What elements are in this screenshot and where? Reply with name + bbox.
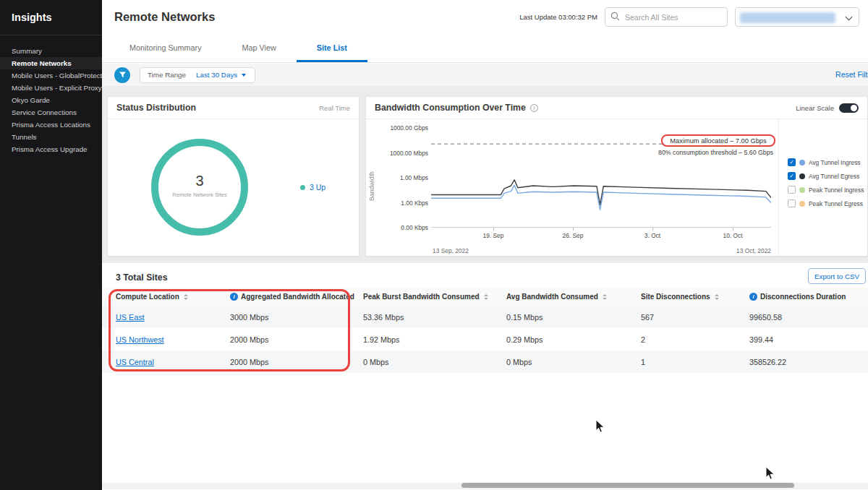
sidebar-item-remote-networks[interactable]: Remote Networks — [0, 57, 102, 69]
export-csv-button[interactable]: Export to CSV — [808, 268, 866, 284]
info-icon[interactable]: i — [530, 104, 538, 112]
sidebar-item-tunnels[interactable]: Tunnels — [0, 131, 102, 143]
tab-map-view[interactable]: Map View — [222, 34, 297, 62]
reset-filters-link[interactable]: Reset Filters — [835, 70, 868, 79]
sidebar-item-mobile-users-globalprotect[interactable]: Mobile Users - GlobalProtect — [0, 69, 102, 82]
checkbox-icon[interactable]: ✓ — [788, 158, 796, 166]
legend-avg-tunnel-ingress[interactable]: ✓ Avg Tunnel Ingress — [788, 158, 861, 166]
tenant-dropdown[interactable] — [735, 7, 859, 27]
main-area: Remote Networks Last Update 03:00:32 PM — [102, 0, 868, 490]
sidebar-item-okyo-garde[interactable]: Okyo Garde — [0, 94, 102, 106]
info-icon[interactable]: i — [749, 293, 757, 301]
site-link-us-northwest[interactable]: US Northwest — [116, 335, 164, 344]
legend-label: Peak Tunnel Egress — [809, 200, 863, 207]
cell-bandwidth-allocated: 3000 Mbps — [230, 313, 363, 322]
tab-site-list[interactable]: Site List — [297, 34, 367, 62]
cell-disconnections: 2 — [641, 335, 749, 344]
total-sites-label: 3 Total Sites — [116, 272, 168, 283]
checkbox-icon[interactable] — [788, 199, 796, 207]
chart-end-date: 13 Oct, 2022 — [713, 247, 771, 254]
x-tick: 10. Oct — [717, 232, 749, 239]
site-link-us-central[interactable]: US Central — [116, 358, 154, 366]
sort-icon[interactable] — [603, 294, 607, 300]
table-row: US Central 2000 Mbps 0 Mbps 0 Mbps 1 358… — [102, 351, 868, 373]
sidebar-item-mobile-users-explicit-proxy[interactable]: Mobile Users - Explicit Proxy — [0, 82, 102, 94]
filter-button[interactable] — [114, 67, 130, 83]
chart-start-date: 13 Sep, 2022 — [433, 247, 469, 254]
cell-bandwidth-allocated: 2000 Mbps — [230, 335, 363, 344]
sort-icon[interactable] — [484, 294, 488, 300]
cell-avg-bandwidth: 0 Mbps — [506, 358, 641, 366]
col-compute-location[interactable]: Compute Location — [116, 293, 230, 301]
page-title: Remote Networks — [114, 10, 215, 24]
horizontal-scrollbar-thumb[interactable] — [461, 483, 794, 488]
tenant-name-redacted — [740, 12, 835, 23]
cell-disconnections-duration: 99650.58 — [749, 313, 868, 322]
cell-disconnections-duration: 358526.22 — [749, 358, 868, 366]
legend-label: Avg Tunnel Egress — [809, 173, 859, 180]
x-tick: 3. Oct — [637, 232, 668, 239]
sidebar-item-summary[interactable]: Summary — [0, 45, 102, 57]
tab-monitoring-summary[interactable]: Monitoring Summary — [109, 34, 222, 62]
col-peak-burst-bandwidth-consumed[interactable]: Peak Burst Bandwidth Consumed — [363, 293, 506, 301]
sort-icon[interactable] — [715, 294, 719, 300]
y-tick: 1000.00 Gbps — [376, 124, 428, 132]
sites-total-count: 3 — [149, 173, 250, 189]
series-color-dot — [799, 201, 805, 207]
status-legend-up[interactable]: 3 Up — [300, 183, 326, 192]
info-icon[interactable]: i — [230, 293, 238, 301]
legend-peak-tunnel-egress[interactable]: Peak Tunnel Egress — [788, 199, 863, 207]
cell-bandwidth-allocated: 2000 Mbps — [230, 358, 363, 366]
chart-legend: ✓ Avg Tunnel Ingress ✓ Avg Tunnel Egress — [778, 119, 868, 257]
status-distribution-card: Status Distribution Real Time 3 Remote N… — [107, 96, 359, 257]
sites-table: Compute Location i Aggregated Bandwidth … — [102, 288, 868, 373]
cell-disconnections-duration: 399.44 — [749, 335, 868, 344]
chevron-down-icon — [242, 74, 246, 77]
threshold-label: 80% consumption threshold – 5.60 Gbps — [605, 149, 773, 156]
time-range-control: Time Range Last 30 Days — [140, 67, 255, 83]
site-link-us-east[interactable]: US East — [116, 313, 145, 322]
up-status-label: 3 Up — [310, 183, 326, 192]
legend-avg-tunnel-egress[interactable]: ✓ Avg Tunnel Egress — [788, 172, 859, 180]
checkbox-icon[interactable]: ✓ — [788, 172, 796, 180]
legend-label: Peak Tunnel Ingress — [809, 186, 864, 194]
col-avg-bandwidth-consumed[interactable]: Avg Bandwidth Consumed — [506, 293, 641, 301]
filter-bar: Time Range Last 30 Days Reset Filters — [102, 64, 868, 86]
col-aggregated-bandwidth-allocated[interactable]: i Aggregated Bandwidth Allocated — [230, 293, 363, 301]
col-site-disconnections[interactable]: Site Disconnections — [641, 293, 749, 301]
funnel-icon — [119, 71, 127, 79]
cell-disconnections: 567 — [641, 313, 749, 322]
time-range-select[interactable]: Last 30 Days — [193, 71, 255, 79]
sidebar-item-service-connections[interactable]: Service Connections — [0, 106, 102, 119]
legend-label: Avg Tunnel Ingress — [809, 159, 861, 166]
sidebar: Insights Summary Remote Networks Mobile … — [0, 0, 102, 490]
y-axis-title: Bandwidth — [368, 171, 375, 201]
table-row: US Northwest 2000 Mbps 1.92 Mbps 0.29 Mb… — [102, 328, 868, 351]
linear-scale-label: Linear Scale — [796, 104, 834, 112]
sort-icon[interactable] — [184, 294, 188, 300]
search-input[interactable] — [605, 7, 728, 27]
real-time-label: Real Time — [319, 104, 350, 112]
x-tick: 26. Sep — [557, 232, 589, 239]
legend-peak-tunnel-ingress[interactable]: Peak Tunnel Ingress — [788, 186, 864, 194]
page-header: Remote Networks Last Update 03:00:32 PM — [102, 0, 868, 34]
y-tick: 1.00 Mbps — [376, 174, 428, 181]
horizontal-scrollbar-track[interactable] — [102, 483, 868, 489]
col-disconnections-duration[interactable]: i Disconnections Duration — [749, 293, 868, 301]
y-tick: 1000.00 Mbps — [376, 150, 428, 157]
checkbox-icon[interactable] — [788, 186, 796, 194]
time-range-label: Time Range — [140, 71, 193, 79]
insights-app: Insights Summary Remote Networks Mobile … — [0, 0, 868, 490]
sidebar-item-prisma-access-locations[interactable]: Prisma Access Locations — [0, 119, 102, 131]
sidebar-item-prisma-access-upgrade[interactable]: Prisma Access Upgrade — [0, 143, 102, 155]
table-row: US East 3000 Mbps 53.36 Mbps 0.15 Mbps 5… — [102, 306, 868, 328]
cell-avg-bandwidth: 0.15 Mbps — [506, 313, 641, 322]
search-icon — [610, 12, 620, 21]
chevron-down-icon — [846, 14, 853, 21]
site-list-section: 3 Total Sites Export to CSV Compute Loca… — [102, 263, 868, 490]
series-color-dot — [799, 173, 805, 179]
linear-scale-toggle[interactable] — [839, 103, 859, 113]
status-card-title: Status Distribution — [116, 103, 196, 113]
view-tabs: Monitoring Summary Map View Site List — [102, 34, 868, 63]
series-color-dot — [799, 160, 805, 166]
